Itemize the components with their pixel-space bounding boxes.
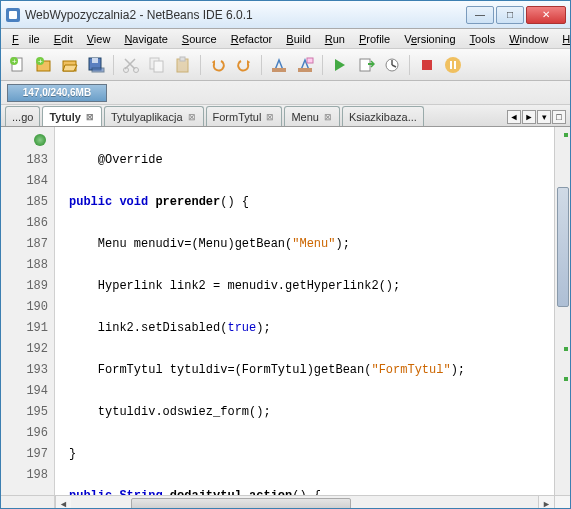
window-titlebar: WebWypozyczalnia2 - NetBeans IDE 6.0.1 —…	[1, 1, 570, 29]
line-number: 188	[1, 255, 48, 276]
stop-icon[interactable]	[416, 54, 438, 76]
svg-rect-23	[422, 60, 432, 70]
tab-close-icon[interactable]: ⊠	[85, 112, 95, 122]
tab-dropdown-icon[interactable]: ▾	[537, 110, 551, 124]
menu-view[interactable]: View	[82, 31, 116, 47]
run-main-icon[interactable]	[329, 54, 351, 76]
vertical-scrollbar[interactable]	[554, 127, 570, 495]
svg-rect-11	[92, 68, 104, 72]
line-number: 187	[1, 234, 48, 255]
line-number: 193	[1, 360, 48, 381]
line-number: 185	[1, 192, 48, 213]
memory-row: 147,0/240,6MB	[1, 81, 570, 105]
pause-icon[interactable]	[442, 54, 464, 76]
line-number: 189	[1, 276, 48, 297]
menu-navigate[interactable]: Navigate	[119, 31, 172, 47]
clean-build-icon[interactable]	[294, 54, 316, 76]
tab-nav: ◄ ► ▾ □	[507, 110, 566, 126]
toolbar-separator	[409, 55, 410, 75]
tab-scroll-right-icon[interactable]: ►	[522, 110, 536, 124]
menu-help[interactable]: Help	[557, 31, 571, 47]
code-line: FormTytul tytuldiv=(FormTytul)getBean("F…	[69, 360, 554, 381]
toolbar-separator	[200, 55, 201, 75]
line-number: 195	[1, 402, 48, 423]
maximize-button[interactable]: □	[496, 6, 524, 24]
menu-tools[interactable]: Tools	[465, 31, 501, 47]
tab-close-icon[interactable]: ⊠	[187, 112, 197, 122]
tab-go[interactable]: ...go	[5, 106, 40, 126]
code-area[interactable]: @Override public void prerender() { Menu…	[55, 127, 554, 495]
cut-icon[interactable]	[120, 54, 142, 76]
menu-run[interactable]: Run	[320, 31, 350, 47]
code-line: Menu menudiv=(Menu)getBean("Menu");	[69, 234, 554, 255]
scrollbar-corner	[1, 496, 55, 509]
new-project-icon[interactable]: +	[33, 54, 55, 76]
code-line: tytuldiv.odswiez_form();	[69, 402, 554, 423]
line-gutter: 183 184 185 186 187 188 189 190 191 192 …	[1, 127, 55, 495]
line-number: 186	[1, 213, 48, 234]
code-line: }	[69, 444, 554, 465]
menu-versioning[interactable]: Versioning	[399, 31, 460, 47]
svg-text:+: +	[38, 57, 43, 66]
override-glyph-icon[interactable]	[34, 134, 46, 146]
scrollbar-thumb[interactable]	[557, 187, 569, 307]
debug-main-icon[interactable]	[355, 54, 377, 76]
svg-rect-17	[180, 57, 185, 61]
svg-text:+: +	[12, 57, 17, 66]
horizontal-scrollbar[interactable]	[71, 496, 538, 509]
menu-bar: File Edit View Navigate Source Refactor …	[1, 29, 570, 49]
redo-icon[interactable]	[233, 54, 255, 76]
window-title: WebWypozyczalnia2 - NetBeans IDE 6.0.1	[25, 8, 466, 22]
tab-scroll-left-icon[interactable]: ◄	[507, 110, 521, 124]
menu-edit[interactable]: Edit	[49, 31, 78, 47]
scroll-right-button[interactable]: ►	[538, 496, 554, 509]
tab-ksiazkibaza[interactable]: Ksiazkibaza...	[342, 106, 424, 126]
code-line: public void prerender() {	[69, 192, 554, 213]
error-stripe-marker[interactable]	[564, 133, 568, 137]
tab-close-icon[interactable]: ⊠	[323, 112, 333, 122]
scrollbar-thumb[interactable]	[131, 498, 351, 509]
line-number: 191	[1, 318, 48, 339]
editor-tabs: ...go Tytuly⊠ Tytulyaplikacja⊠ FormTytul…	[1, 105, 570, 127]
code-editor: 183 184 185 186 187 188 189 190 191 192 …	[1, 127, 570, 495]
memory-indicator[interactable]: 147,0/240,6MB	[7, 84, 107, 102]
horizontal-scrollbar-row: ◄ ►	[1, 495, 570, 509]
app-icon	[5, 7, 21, 23]
paste-icon[interactable]	[172, 54, 194, 76]
close-button[interactable]: ✕	[526, 6, 566, 24]
code-line: public String dodajtytul_action() {	[69, 486, 554, 495]
error-stripe-marker[interactable]	[564, 377, 568, 381]
toolbar-separator	[261, 55, 262, 75]
profile-main-icon[interactable]	[381, 54, 403, 76]
menu-refactor[interactable]: Refactor	[226, 31, 278, 47]
main-toolbar: + +	[1, 49, 570, 81]
tab-close-icon[interactable]: ⊠	[265, 112, 275, 122]
minimize-button[interactable]: —	[466, 6, 494, 24]
menu-build[interactable]: Build	[281, 31, 315, 47]
error-stripe-marker[interactable]	[564, 347, 568, 351]
toolbar-separator	[113, 55, 114, 75]
copy-icon[interactable]	[146, 54, 168, 76]
menu-file[interactable]: File	[7, 31, 45, 47]
build-main-icon[interactable]	[268, 54, 290, 76]
undo-icon[interactable]	[207, 54, 229, 76]
tab-tytulyaplikacja[interactable]: Tytulyaplikacja⊠	[104, 106, 204, 126]
tab-menu[interactable]: Menu⊠	[284, 106, 340, 126]
menu-source[interactable]: Source	[177, 31, 222, 47]
svg-rect-26	[454, 61, 456, 69]
line-number: 190	[1, 297, 48, 318]
scroll-left-button[interactable]: ◄	[55, 496, 71, 509]
code-line: @Override	[69, 150, 554, 171]
save-all-icon[interactable]	[85, 54, 107, 76]
code-line: Hyperlink link2 = menudiv.getHyperlink2(…	[69, 276, 554, 297]
new-file-icon[interactable]: +	[7, 54, 29, 76]
menu-window[interactable]: Window	[504, 31, 553, 47]
code-line: link2.setDisabled(true);	[69, 318, 554, 339]
open-project-icon[interactable]	[59, 54, 81, 76]
tab-maximize-icon[interactable]: □	[552, 110, 566, 124]
tab-formtytul[interactable]: FormTytul⊠	[206, 106, 283, 126]
scrollbar-corner	[554, 496, 570, 509]
svg-rect-10	[92, 58, 98, 63]
tab-tytuly[interactable]: Tytuly⊠	[42, 106, 102, 126]
menu-profile[interactable]: Profile	[354, 31, 395, 47]
